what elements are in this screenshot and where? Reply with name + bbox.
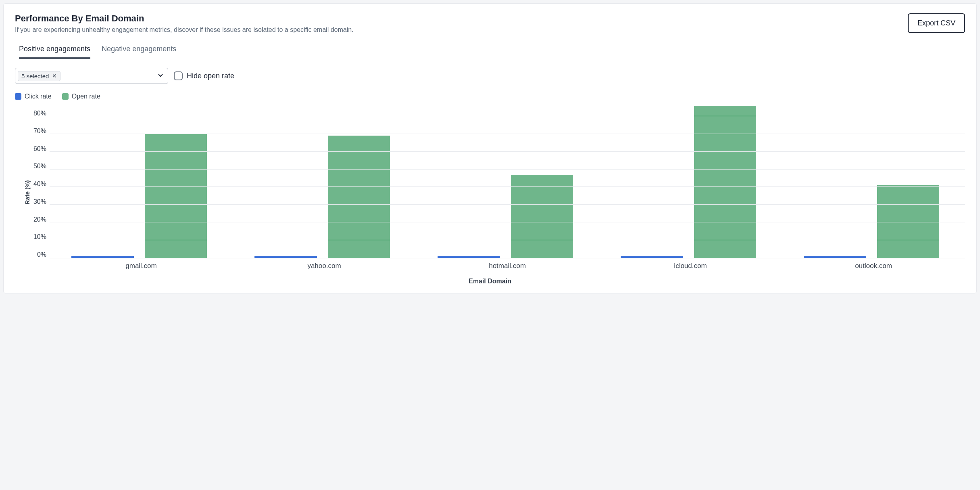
bar-open-rate[interactable] (145, 134, 207, 258)
bar-group (50, 107, 233, 258)
legend-swatch-blue (15, 93, 21, 100)
hide-open-rate-label: Hide open rate (187, 72, 234, 80)
tab-negative-engagements[interactable]: Negative engagements (102, 45, 176, 59)
bar-open-rate[interactable] (877, 185, 939, 258)
gridline (50, 116, 965, 116)
card-title: Performance By Email Domain (15, 13, 354, 24)
header-text-block: Performance By Email Domain If you are e… (15, 13, 354, 34)
bar-group (416, 107, 599, 258)
card-header: Performance By Email Domain If you are e… (15, 13, 965, 34)
y-tick: 60% (33, 145, 46, 153)
legend-label-click: Click rate (25, 93, 52, 100)
bar-group (233, 107, 416, 258)
x-axis-label: Email Domain (15, 278, 965, 285)
y-tick: 20% (33, 216, 46, 223)
y-tick: 50% (33, 163, 46, 170)
y-tick: 40% (33, 180, 46, 188)
gridline (50, 204, 965, 205)
chevron-down-icon (157, 72, 164, 80)
x-tick: gmail.com (50, 262, 233, 270)
y-tick: 10% (33, 233, 46, 241)
legend-swatch-green (62, 93, 69, 100)
clear-selection-icon[interactable]: ✕ (52, 73, 57, 79)
y-tick: 70% (33, 128, 46, 135)
bar-open-rate[interactable] (511, 175, 573, 258)
selected-count-chip[interactable]: 5 selected ✕ (18, 71, 60, 81)
y-tick: 0% (37, 251, 46, 258)
gridline (50, 186, 965, 187)
domain-multiselect[interactable]: 5 selected ✕ (15, 68, 168, 84)
card-subtitle: If you are experiencing unhealthy engage… (15, 26, 354, 34)
gridline (50, 240, 965, 240)
x-axis-tick-labels: gmail.comyahoo.comhotmail.comicloud.como… (50, 258, 965, 270)
gridline (50, 169, 965, 170)
gridline (50, 151, 965, 152)
x-tick: icloud.com (599, 262, 782, 270)
y-tick: 30% (33, 198, 46, 205)
chart-bar-groups (50, 107, 965, 258)
gridline (50, 222, 965, 222)
x-tick: hotmail.com (416, 262, 599, 270)
performance-by-domain-card: Performance By Email Domain If you are e… (3, 3, 977, 293)
y-axis-label: Rate (%) (24, 180, 31, 204)
legend-item-click-rate: Click rate (15, 93, 52, 100)
gridline (50, 134, 965, 134)
engagement-tabs: Positive engagements Negative engagement… (15, 45, 965, 59)
selected-count-label: 5 selected (21, 73, 49, 80)
checkbox-icon (174, 71, 183, 80)
export-csv-button[interactable]: Export CSV (908, 13, 965, 33)
y-axis-label-col: Rate (%) (15, 107, 25, 277)
bar-open-rate[interactable] (694, 106, 756, 258)
chart-area: Rate (%) 80%70%60%50%40%30%20%10%0% gmai… (15, 107, 965, 277)
bar-group (599, 107, 782, 258)
legend-item-open-rate: Open rate (62, 93, 100, 100)
y-tick: 80% (33, 110, 46, 117)
x-tick: outlook.com (782, 262, 965, 270)
hide-open-rate-toggle[interactable]: Hide open rate (174, 71, 234, 80)
tab-positive-engagements[interactable]: Positive engagements (19, 45, 90, 59)
chart-controls: 5 selected ✕ Hide open rate (15, 68, 965, 84)
x-tick: yahoo.com (233, 262, 416, 270)
chart-legend: Click rate Open rate (15, 93, 965, 100)
chart-plot: gmail.comyahoo.comhotmail.comicloud.como… (50, 107, 965, 258)
legend-label-open: Open rate (72, 93, 100, 100)
bar-group (782, 107, 965, 258)
